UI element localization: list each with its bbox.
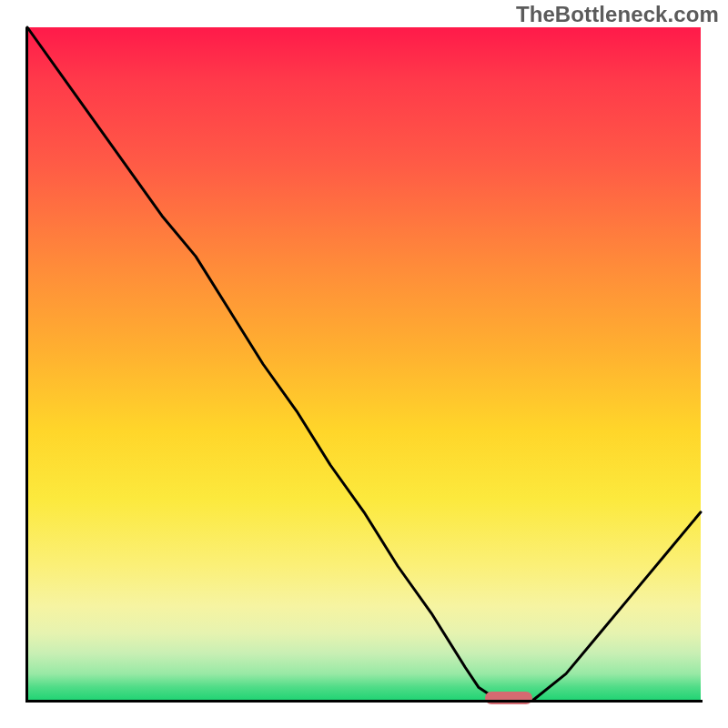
- x-axis-line: [25, 700, 703, 703]
- watermark-text: TheBottleneck.com: [516, 2, 719, 27]
- plot-area: [27, 27, 701, 701]
- bottleneck-chart: TheBottleneck.com: [0, 0, 728, 728]
- y-axis-line: [25, 27, 28, 703]
- curve-layer: [27, 27, 701, 701]
- bottleneck-curve-path: [27, 27, 701, 701]
